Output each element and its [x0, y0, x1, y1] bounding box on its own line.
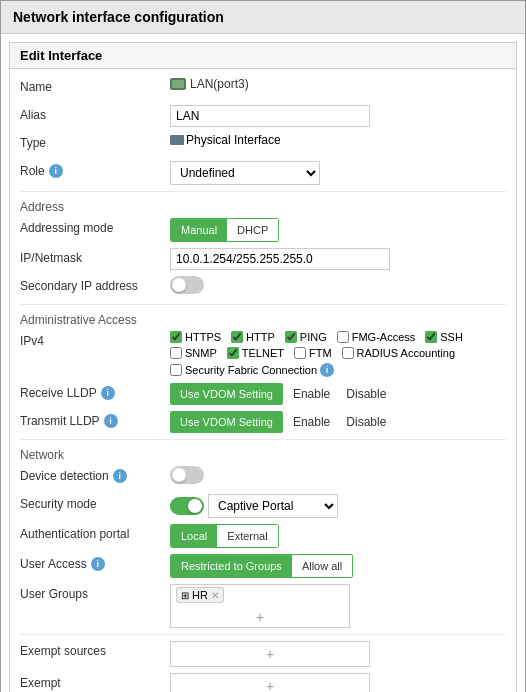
ftm-checkbox-item[interactable]: FTM	[294, 347, 332, 359]
user-groups-row: User Groups ⊞ HR ✕ +	[20, 584, 506, 628]
user-groups-add-btn[interactable]: +	[176, 609, 344, 625]
snmp-checkbox-item[interactable]: SNMP	[170, 347, 217, 359]
user-group-grid-icon: ⊞	[181, 590, 189, 601]
form-body: Name LAN(port3) Alias Type	[10, 69, 516, 692]
receive-lldp-vdom-btn[interactable]: Use VDOM Setting	[170, 383, 283, 405]
https-checkbox[interactable]	[170, 331, 182, 343]
exempt-dest-input[interactable]: +	[170, 673, 370, 692]
page-title: Network interface configuration	[1, 1, 525, 34]
https-checkbox-item[interactable]: HTTPS	[170, 331, 221, 343]
external-btn[interactable]: External	[217, 525, 277, 547]
security-mode-toggle[interactable]	[170, 497, 204, 515]
fmg-label: FMG-Access	[352, 331, 416, 343]
user-access-row: User Access i Restricted to Groups Allow…	[20, 554, 506, 578]
security-fabric-checkbox-item[interactable]: Security Fabric Connection i	[170, 363, 506, 377]
user-access-control: Restricted to Groups Allow all	[170, 554, 506, 578]
transmit-lldp-vdom-btn[interactable]: Use VDOM Setting	[170, 411, 283, 433]
ftm-label: FTM	[309, 347, 332, 359]
secondary-ip-row: Secondary IP address	[20, 276, 506, 298]
alias-input[interactable]	[170, 105, 370, 127]
secondary-ip-toggle[interactable]	[170, 276, 204, 294]
role-info-icon[interactable]: i	[49, 164, 63, 178]
edit-interface-header: Edit Interface	[10, 43, 516, 69]
fmg-checkbox-item[interactable]: FMG-Access	[337, 331, 416, 343]
snmp-checkbox[interactable]	[170, 347, 182, 359]
admin-access-section-title: Administrative Access	[20, 313, 506, 327]
telnet-checkbox-item[interactable]: TELNET	[227, 347, 284, 359]
device-detection-row: Device detection i	[20, 466, 506, 488]
security-mode-dropdown[interactable]: Captive Portal	[208, 494, 338, 518]
security-mode-thumb	[188, 499, 202, 513]
divider-4	[20, 634, 506, 635]
exempt-dest-add-icon: +	[266, 678, 274, 692]
alias-row: Alias	[20, 105, 506, 127]
transmit-lldp-info-icon[interactable]: i	[104, 414, 118, 428]
exempt-dest-control: +	[170, 673, 506, 692]
ssh-checkbox[interactable]	[425, 331, 437, 343]
allow-all-btn[interactable]: Allow all	[292, 555, 352, 577]
exempt-sources-input[interactable]: +	[170, 641, 370, 667]
name-value: LAN(port3)	[190, 77, 249, 91]
radius-checkbox-item[interactable]: RADIUS Accounting	[342, 347, 455, 359]
type-row: Type Physical Interface	[20, 133, 506, 155]
transmit-lldp-disable-btn[interactable]: Disable	[340, 413, 392, 431]
fmg-checkbox[interactable]	[337, 331, 349, 343]
network-interface-config: Network interface configuration Edit Int…	[0, 0, 526, 692]
user-group-remove-btn[interactable]: ✕	[211, 590, 219, 601]
ssh-checkbox-item[interactable]: SSH	[425, 331, 463, 343]
dhcp-btn[interactable]: DHCP	[227, 219, 278, 241]
divider-1	[20, 191, 506, 192]
radius-label: RADIUS Accounting	[357, 347, 455, 359]
manual-btn[interactable]: Manual	[171, 219, 227, 241]
ip-netmask-label: IP/Netmask	[20, 248, 170, 265]
ipv4-label: IPv4	[20, 331, 170, 348]
alias-control	[170, 105, 506, 127]
http-checkbox-item[interactable]: HTTP	[231, 331, 275, 343]
security-fabric-checkbox[interactable]	[170, 364, 182, 376]
transmit-lldp-control: Use VDOM Setting Enable Disable	[170, 411, 506, 433]
receive-lldp-info-icon[interactable]: i	[101, 386, 115, 400]
user-groups-label: User Groups	[20, 584, 170, 601]
ping-checkbox-item[interactable]: PING	[285, 331, 327, 343]
user-group-value: HR	[192, 589, 208, 601]
auth-portal-row: Authentication portal Local External	[20, 524, 506, 548]
security-mode-control: Captive Portal	[170, 494, 506, 518]
ping-checkbox[interactable]	[285, 331, 297, 343]
device-detection-control	[170, 466, 506, 484]
lan-interface-icon	[170, 78, 186, 90]
snmp-label: SNMP	[185, 347, 217, 359]
exempt-sources-control: +	[170, 641, 506, 667]
ftm-checkbox[interactable]	[294, 347, 306, 359]
secondary-ip-label: Secondary IP address	[20, 276, 170, 293]
ip-netmask-input[interactable]	[170, 248, 390, 270]
local-btn[interactable]: Local	[171, 525, 217, 547]
auth-portal-toggle-group: Local External	[170, 524, 279, 548]
addressing-mode-row: Addressing mode Manual DHCP	[20, 218, 506, 242]
http-checkbox[interactable]	[231, 331, 243, 343]
transmit-lldp-enable-btn[interactable]: Enable	[287, 413, 336, 431]
user-access-info-icon[interactable]: i	[91, 557, 105, 571]
auth-portal-control: Local External	[170, 524, 506, 548]
role-dropdown[interactable]: Undefined	[170, 161, 320, 185]
exempt-dest-row: Exempt destinations/services +	[20, 673, 506, 692]
user-group-tag: ⊞ HR ✕	[176, 587, 224, 603]
ipv4-checkbox-group: HTTPS HTTP PING FMG-Access	[170, 331, 506, 377]
receive-lldp-control: Use VDOM Setting Enable Disable	[170, 383, 506, 405]
receive-lldp-disable-btn[interactable]: Disable	[340, 385, 392, 403]
transmit-lldp-label: Transmit LLDP i	[20, 411, 170, 428]
user-access-label: User Access i	[20, 554, 170, 571]
address-section-title: Address	[20, 200, 506, 214]
restricted-groups-btn[interactable]: Restricted to Groups	[171, 555, 292, 577]
device-detection-toggle[interactable]	[170, 466, 204, 484]
ip-netmask-control	[170, 248, 506, 270]
device-detection-label: Device detection i	[20, 466, 170, 483]
telnet-checkbox[interactable]	[227, 347, 239, 359]
type-value-container: Physical Interface	[170, 133, 281, 147]
secondary-ip-thumb	[172, 278, 186, 292]
device-detection-info-icon[interactable]: i	[113, 469, 127, 483]
ping-label: PING	[300, 331, 327, 343]
receive-lldp-enable-btn[interactable]: Enable	[287, 385, 336, 403]
alias-label: Alias	[20, 105, 170, 122]
security-fabric-info-icon[interactable]: i	[320, 363, 334, 377]
radius-checkbox[interactable]	[342, 347, 354, 359]
